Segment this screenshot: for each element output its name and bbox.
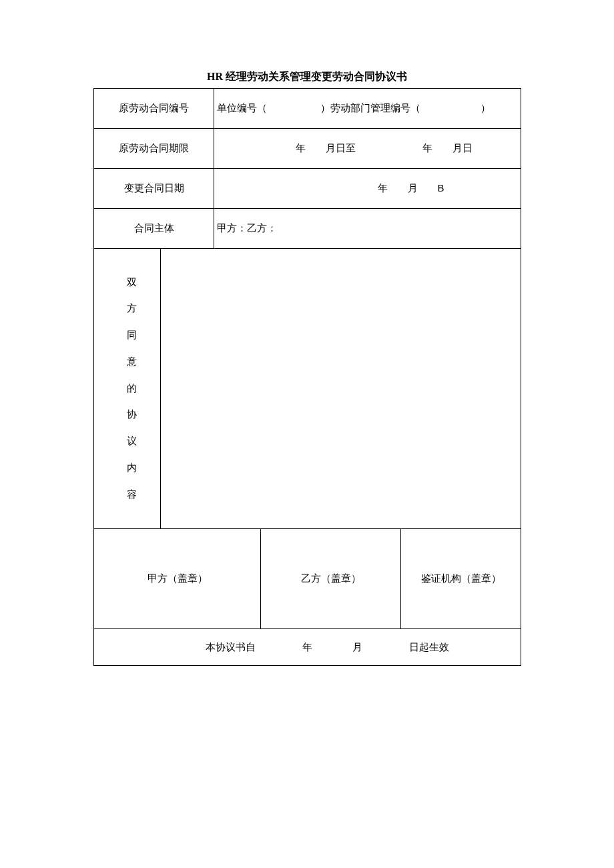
value-parties: 甲方：乙方： (214, 209, 521, 249)
value-change-date: 年月B (214, 169, 521, 209)
value-contract-no: 单位编号（）劳动部门管理编号（） (214, 89, 521, 129)
value-content (161, 249, 521, 529)
label-contract-no: 原劳动合同编号 (94, 89, 214, 129)
label-parties: 合同主体 (94, 209, 214, 249)
row-change-date: 变更合同日期 年月B (94, 169, 521, 209)
row-term: 原劳动合同期限 年月日至年月日 (94, 129, 521, 169)
label-change-date: 变更合同日期 (94, 169, 214, 209)
label-content: 双方同意的协议内容 (94, 249, 161, 529)
row-seals: 甲方（盖章） 乙方（盖章） 鉴证机构（盖章） (94, 529, 521, 629)
row-effective: 本协议书自年月日起生效 (94, 629, 521, 666)
label-term: 原劳动合同期限 (94, 129, 214, 169)
doc-title: HR 经理劳动关系管理变更劳动合同协议书 (93, 70, 521, 84)
row-content: 双方同意的协议内容 (94, 249, 521, 529)
form-table: 原劳动合同编号 单位编号（）劳动部门管理编号（） 原劳动合同期限 年月日至年月日… (93, 88, 521, 666)
row-contract-no: 原劳动合同编号 单位编号（）劳动部门管理编号（） (94, 89, 521, 129)
vertical-label: 双方同意的协议内容 (98, 260, 165, 518)
seal-party-b: 乙方（盖章） (261, 529, 401, 629)
seal-party-a: 甲方（盖章） (94, 529, 261, 629)
effective-date: 本协议书自年月日起生效 (94, 629, 521, 666)
value-term: 年月日至年月日 (214, 129, 521, 169)
seal-verify: 鉴证机构（盖章） (401, 529, 521, 629)
row-parties: 合同主体 甲方：乙方： (94, 209, 521, 249)
